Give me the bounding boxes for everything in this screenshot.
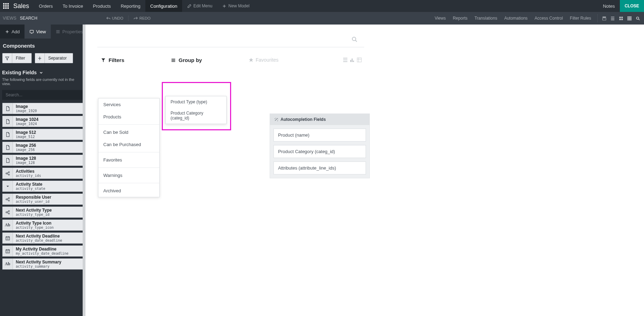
field-card-image_128[interactable]: Image 128image_128 [2, 154, 83, 166]
crumb-search[interactable]: SEARCH [20, 16, 37, 21]
autocompletion-header: Autocompletion Fields [270, 114, 369, 125]
field-card-activity_type_icon[interactable]: AbActivity Type Iconactivity_type_icon [2, 219, 83, 231]
field-card-activity_date_deadline[interactable]: 21Next Activity Deadlineactivity_date_de… [2, 232, 83, 244]
groupby-header[interactable]: Group by [167, 54, 235, 66]
tab-properties[interactable]: Properties [51, 25, 85, 39]
svg-point-24 [636, 17, 639, 19]
filter-option-archived[interactable]: Archived [98, 185, 159, 197]
list-view-icon[interactable] [608, 14, 617, 22]
rlink-translations[interactable]: Translations [471, 16, 501, 21]
tab-view[interactable]: View [25, 25, 51, 39]
filter-option-favorites[interactable]: Favorites [98, 154, 159, 166]
field-card-image_256[interactable]: Image 256image_256 [2, 142, 83, 153]
groupby-option[interactable]: Product Category (categ_id) [166, 108, 226, 124]
rlink-access-control[interactable]: Access Control [531, 16, 567, 21]
menu-products[interactable]: Products [88, 0, 116, 12]
svg-rect-4 [5, 5, 7, 7]
field-card-activity_ids[interactable]: Activitiesactivity_ids [2, 167, 83, 179]
kanban-view-icon[interactable] [617, 14, 625, 22]
autocompletion-field[interactable]: Product Category (categ_id) [273, 145, 366, 158]
autocompletion-panel: Autocompletion Fields Product (name)Prod… [270, 114, 370, 178]
rlink-filter-rules[interactable]: Filter Rules [566, 16, 595, 21]
pivot-result-icon[interactable] [356, 57, 362, 63]
svg-rect-42 [353, 61, 354, 62]
form-view-icon[interactable] [600, 14, 608, 22]
undo-button[interactable]: UNDO [103, 16, 126, 21]
close-button[interactable]: CLOSE [620, 0, 644, 12]
filter-option-products[interactable]: Products [98, 111, 159, 123]
groupby-dropdown: Product Type (type)Product Category (cat… [165, 96, 227, 124]
autocompletion-field[interactable]: Product (name) [273, 129, 366, 142]
filter-component-button[interactable]: Filter [2, 53, 32, 63]
field-label: Activities [16, 169, 80, 174]
svg-rect-21 [627, 19, 628, 20]
groupby-option[interactable]: Product Type (type) [166, 96, 226, 108]
undo-label: UNDO [112, 16, 123, 20]
svg-rect-22 [629, 19, 630, 20]
filter-option-can-be-sold[interactable]: Can be Sold [98, 126, 159, 138]
field-label: Image [16, 104, 80, 109]
filters-header[interactable]: Filters [97, 54, 167, 66]
menu-reporting[interactable]: Reporting [116, 0, 145, 12]
rlink-views[interactable]: Views [431, 16, 449, 21]
field-type-icon [2, 194, 13, 205]
field-label: Next Activity Type [16, 208, 80, 213]
redo-label: REDO [139, 16, 151, 20]
rlink-automations[interactable]: Automations [501, 16, 531, 21]
search-bar-area[interactable] [92, 32, 370, 47]
components-title: Components [0, 39, 85, 51]
field-card-image_1024[interactable]: Image 1024image_1024 [2, 116, 83, 127]
menu-to-invoice[interactable]: To Invoice [58, 0, 88, 12]
field-tech-name: image_1920 [16, 109, 80, 113]
menu-configuration[interactable]: Configuration [145, 0, 182, 12]
filter-option-warnings[interactable]: Warnings [98, 169, 159, 181]
autocompletion-field[interactable]: Attributes (attribute_line_ids) [273, 162, 366, 174]
subbar-right-links: Views Reports Translations Automations A… [431, 14, 644, 22]
field-card-activity_type_id[interactable]: Next Activity Typeactivity_type_id [2, 206, 83, 218]
field-type-icon [2, 103, 13, 114]
existing-fields-toggle[interactable]: Existing Fields [0, 67, 85, 77]
field-type-icon [2, 207, 13, 218]
filter-option-can-be-purchased[interactable]: Can be Purchased [98, 138, 159, 151]
caret-down-icon [39, 70, 43, 75]
sidebar-resize-handle[interactable] [83, 25, 85, 316]
tab-add[interactable]: Add [0, 25, 25, 39]
grid-view-icon[interactable] [625, 14, 633, 22]
notes-button[interactable]: Notes [598, 4, 620, 9]
field-card-activity_state[interactable]: Activity Stateactivity_state [2, 180, 83, 192]
separator-component-button[interactable]: Separator [35, 53, 74, 63]
apps-icon[interactable] [0, 0, 12, 12]
field-label: Activity Type Icon [16, 221, 80, 226]
field-tech-name: activity_type_icon [16, 226, 80, 229]
svg-point-33 [8, 210, 9, 212]
crumb-views[interactable]: VIEWS [3, 16, 16, 21]
brand-title[interactable]: Sales [12, 2, 34, 10]
svg-rect-41 [352, 59, 353, 62]
rlink-reports[interactable]: Reports [449, 16, 471, 21]
funnel-icon [101, 58, 106, 63]
field-card-image_1920[interactable]: Imageimage_1920 [2, 103, 83, 114]
field-type-icon [2, 181, 13, 192]
edit-menu-button[interactable]: Edit Menu [182, 4, 217, 8]
field-search-input[interactable] [2, 90, 83, 100]
svg-rect-2 [7, 3, 9, 5]
search-view-icon[interactable] [633, 14, 642, 22]
chart-result-icon[interactable] [349, 57, 355, 63]
favourites-header[interactable]: Favourites [249, 54, 278, 63]
svg-point-34 [8, 213, 9, 214]
field-card-image_512[interactable]: Image 512image_512 [2, 129, 83, 140]
field-card-activity_summary[interactable]: AbNext Activity Summaryactivity_summary [2, 258, 83, 270]
svg-rect-19 [629, 18, 630, 19]
menu-orders[interactable]: Orders [34, 0, 58, 12]
redo-button[interactable]: REDO [131, 16, 153, 21]
svg-rect-0 [3, 3, 5, 5]
filter-option-services[interactable]: Services [98, 98, 159, 111]
list-result-icon[interactable] [342, 57, 348, 63]
autocompletion-body: Product (name)Product Category (categ_id… [270, 125, 369, 178]
field-card-my_activity_date_deadline[interactable]: 21My Activity Deadlinemy_activity_date_d… [2, 245, 83, 257]
edit-tools: Edit Menu New Model [182, 0, 254, 12]
separator-component-label: Separator [45, 56, 73, 61]
field-card-activity_user_id[interactable]: Responsible Useractivity_user_id [2, 193, 83, 205]
new-model-button[interactable]: New Model [217, 4, 254, 8]
autocompletion-title: Autocompletion Fields [281, 117, 326, 122]
